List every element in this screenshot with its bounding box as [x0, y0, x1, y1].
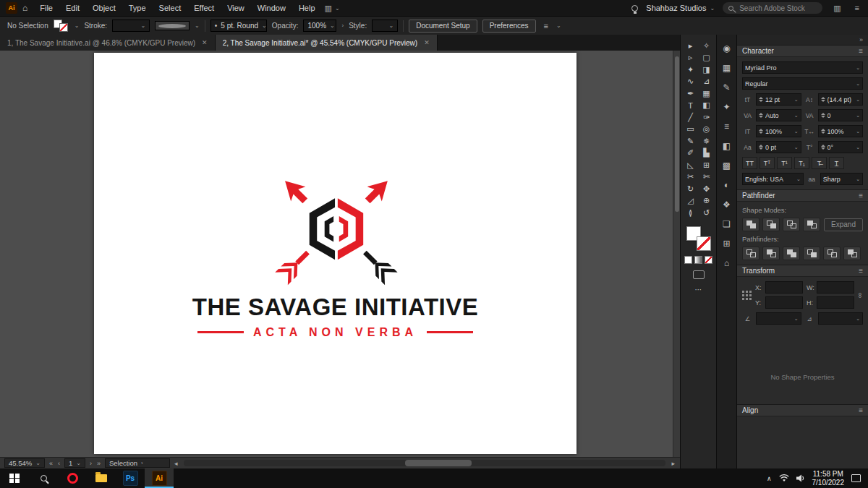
width-profile-select[interactable]: [155, 21, 190, 30]
pen-tool[interactable]: ✒: [683, 87, 699, 100]
stroke-panel-icon[interactable]: ≡: [724, 121, 729, 132]
preferences-button[interactable]: Preferences: [482, 20, 536, 33]
horizontal-scrollbar-thumb[interactable]: [405, 460, 472, 466]
direct-selection-tool[interactable]: ▹: [683, 52, 699, 64]
vertical-scrollbar[interactable]: [673, 51, 680, 457]
slice-tool[interactable]: ✄: [699, 171, 715, 184]
minus-back-button[interactable]: [843, 247, 861, 260]
status-tool-display[interactable]: Selection ›: [105, 458, 170, 468]
swatches-panel-icon[interactable]: ▦: [723, 63, 731, 73]
appearance-panel-icon[interactable]: ◐: [724, 180, 729, 190]
panel-menu-icon[interactable]: ≡: [859, 192, 863, 200]
stroke-swatch[interactable]: [59, 23, 68, 32]
libraries-panel-icon[interactable]: ⌂: [724, 258, 729, 268]
hidden-icons-chevron-icon[interactable]: ∧: [767, 475, 772, 482]
rotate-tool[interactable]: ↻: [683, 183, 699, 195]
artboards-panel-icon[interactable]: ⊞: [723, 239, 730, 249]
photoshop-taskbar-button[interactable]: Ps: [116, 468, 145, 488]
align-options-icon[interactable]: ≡: [541, 22, 551, 30]
gradient-panel-icon[interactable]: ◧: [723, 141, 731, 151]
character-rotation-field[interactable]: 0° ⌄: [818, 141, 864, 153]
menu-help[interactable]: Help: [292, 0, 322, 16]
horizontal-scale-field[interactable]: 100% ⌄: [818, 125, 864, 137]
fill-stroke-proxy[interactable]: [54, 19, 69, 33]
column-graph-tool[interactable]: ▙: [699, 147, 715, 160]
stepper[interactable]: [821, 129, 825, 134]
merge-button[interactable]: [783, 247, 800, 260]
menu-object[interactable]: Object: [86, 0, 122, 16]
all-caps-button[interactable]: TT: [742, 157, 757, 169]
menu-select[interactable]: Select: [153, 0, 188, 16]
first-artboard-icon[interactable]: «: [48, 460, 54, 467]
menu-view[interactable]: View: [221, 0, 251, 16]
baseline-shift-field[interactable]: 0 pt ⌄: [756, 141, 801, 153]
panel-menu-icon[interactable]: ≡: [859, 406, 863, 414]
kerning-field[interactable]: Auto ⌄: [756, 109, 801, 121]
underline-button[interactable]: T̲: [829, 157, 844, 169]
close-icon[interactable]: ✕: [424, 39, 430, 46]
free-transform-tool[interactable]: ▢: [699, 52, 715, 64]
tracking-field[interactable]: 0 ⌄: [818, 109, 864, 121]
font-family-select[interactable]: Myriad Pro ⌄: [742, 61, 863, 74]
language-select[interactable]: English: USA ⌄: [742, 173, 804, 185]
exclude-button[interactable]: [803, 218, 820, 231]
x-field[interactable]: [765, 281, 803, 294]
edit-toolbar-icon[interactable]: ⋯: [695, 286, 702, 294]
discover-lightbulb-icon[interactable]: [631, 5, 638, 12]
application-menu-icon[interactable]: ≡: [852, 4, 862, 12]
antialias-select[interactable]: Sharp ⌄: [820, 173, 863, 185]
menu-effect[interactable]: Effect: [187, 0, 221, 16]
artboard[interactable]: THE SAVAGE INITIATIVE ACTA NON VERBA: [94, 53, 576, 454]
last-artboard-icon[interactable]: »: [96, 460, 101, 467]
shape-builder-tool[interactable]: ◨: [699, 64, 715, 76]
color-button[interactable]: [684, 256, 692, 264]
vertical-scale-field[interactable]: 100% ⌄: [756, 125, 801, 137]
menu-window[interactable]: Window: [251, 0, 292, 16]
fill-stroke-indicator[interactable]: [686, 226, 711, 251]
unite-button[interactable]: [742, 218, 760, 231]
selection-tool[interactable]: ▸: [683, 40, 699, 52]
font-size-field[interactable]: 12 pt ⌄: [756, 93, 801, 106]
collapse-dock-icon[interactable]: »: [859, 36, 863, 43]
scissors-tool[interactable]: ✂: [683, 171, 699, 184]
stroke-weight-select[interactable]: ⌄: [112, 20, 150, 32]
pathfinder-panel-header[interactable]: Pathfinder ≡: [737, 189, 868, 202]
app-icon[interactable]: Ai: [6, 2, 17, 14]
stepper[interactable]: [759, 145, 763, 150]
leading-field[interactable]: (14.4 pt) ⌄: [818, 93, 864, 106]
stepper[interactable]: [821, 113, 825, 118]
mesh-tool[interactable]: ▦: [699, 87, 715, 100]
crop-button[interactable]: [803, 247, 820, 260]
width-field[interactable]: [817, 281, 854, 294]
document-tab-1[interactable]: 1, The Savage Initiative.ai @ 46.8% (CMY…: [0, 35, 216, 51]
panel-menu-icon[interactable]: ≡: [859, 47, 863, 55]
brushes-panel-icon[interactable]: ✎: [723, 82, 730, 93]
home-icon[interactable]: ⌂: [22, 3, 27, 13]
align-options-chevron-icon[interactable]: ⌄: [556, 22, 561, 29]
adobe-stock-search[interactable]: [723, 2, 822, 14]
small-caps-button[interactable]: Tᵀ: [760, 157, 775, 169]
superscript-button[interactable]: T¹: [777, 157, 792, 169]
opacity-select[interactable]: 100% ⌄: [303, 20, 336, 32]
rectangle-tool[interactable]: ▭: [683, 124, 699, 136]
divide-button[interactable]: [742, 247, 760, 260]
perspective-grid-tool[interactable]: ⊿: [699, 76, 715, 88]
stepper[interactable]: [759, 129, 763, 134]
paintbrush-tool[interactable]: ✎: [683, 135, 699, 147]
outline-button[interactable]: [823, 247, 841, 260]
artboard-navigation-select[interactable]: 1 ⌄: [64, 458, 85, 468]
pencil-tool[interactable]: ✐: [683, 147, 699, 160]
gradient-tool[interactable]: ◧: [699, 100, 715, 112]
stepper[interactable]: [821, 97, 825, 102]
scale-tool[interactable]: ◿: [683, 195, 699, 207]
reference-point-locator[interactable]: [742, 291, 752, 300]
scroll-left-icon[interactable]: ◂: [174, 460, 179, 467]
symbols-panel-icon[interactable]: ✦: [723, 102, 730, 112]
action-center-icon[interactable]: [851, 474, 861, 482]
taskbar-clock[interactable]: 11:58 PM 7/10/2022: [812, 470, 845, 487]
menu-file[interactable]: File: [33, 0, 59, 16]
height-field[interactable]: [817, 296, 854, 309]
stepper[interactable]: [759, 97, 763, 102]
style-select[interactable]: ⌄: [372, 20, 398, 32]
hand-tool[interactable]: ✥: [699, 183, 715, 195]
